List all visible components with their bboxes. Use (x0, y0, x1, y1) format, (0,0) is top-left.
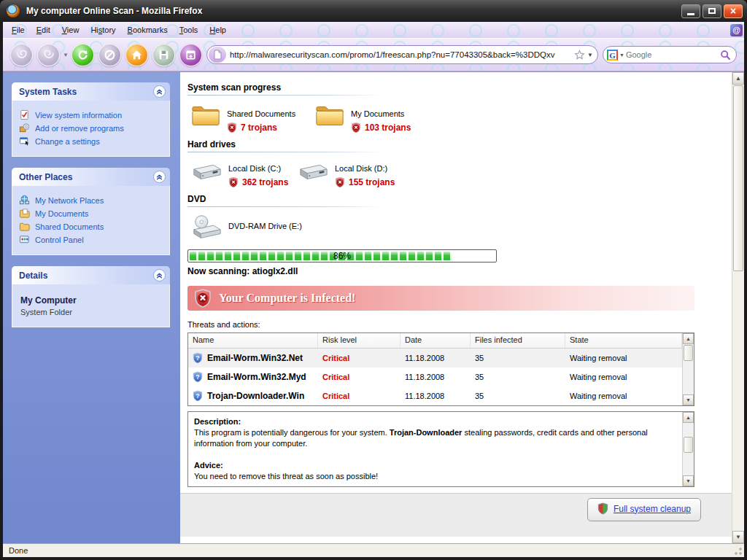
my-documents-icon (19, 208, 30, 219)
scroll-down-icon[interactable]: ▼ (732, 531, 744, 543)
panel-system-tasks-header[interactable]: System Tasks (12, 82, 170, 101)
panel-details: Details My Computer System Folder (12, 266, 170, 327)
network-places-icon (19, 195, 30, 206)
sidebar-item-add-or-remove-programs[interactable]: Add or remove programs (19, 122, 165, 133)
now-scanning-text: Now scanning: atioglx2.dll (187, 266, 721, 276)
scroll-up-icon[interactable]: ▲ (683, 333, 694, 344)
tile-shared-documents[interactable]: Shared Documents 7 trojans (190, 103, 314, 133)
column-header-state[interactable]: State (565, 333, 682, 348)
url-dropdown-icon[interactable]: ▼ (587, 52, 593, 58)
column-header-date[interactable]: Date (400, 333, 471, 348)
column-header-risk-level[interactable]: Risk level (318, 333, 400, 348)
page-viewport: System Tasks View system information Add… (3, 71, 744, 543)
column-header-name[interactable]: Name (188, 333, 318, 348)
section-rule (187, 152, 383, 152)
panel-system-tasks: System Tasks View system information Add… (12, 82, 170, 157)
scroll-down-icon[interactable]: ▼ (683, 475, 694, 486)
page-scrollbar[interactable]: ▲ ▼ (732, 72, 744, 543)
back-forward-dropdown[interactable]: ▼ (63, 52, 69, 58)
tile-local-disk-d[interactable]: Local Disk (D:) 155 trojans (297, 160, 403, 188)
menu-history[interactable]: History (85, 22, 121, 38)
url-input[interactable] (230, 50, 570, 59)
maximize-icon (708, 8, 716, 14)
tile-dvd-ram-drive[interactable]: DVD-RAM Drive (E:) (190, 214, 314, 241)
maximize-button[interactable] (703, 4, 721, 18)
close-button[interactable]: × (724, 4, 743, 18)
reload-icon (76, 48, 90, 62)
bookmark-star-icon[interactable] (574, 50, 585, 61)
back-button[interactable] (10, 44, 33, 66)
column-header-files-infected[interactable]: Files infected (471, 333, 565, 348)
panel-title: Other Places (19, 172, 72, 182)
folder-icon (314, 103, 345, 129)
infected-alert-text: Your Computer is Infected! (219, 292, 355, 305)
alert-shield-icon (351, 122, 361, 133)
search-magnifier-icon[interactable] (720, 50, 731, 61)
url-bar[interactable]: ▼ (206, 45, 598, 64)
home-button[interactable] (125, 44, 148, 66)
dvd-drive-icon (190, 214, 222, 241)
footer-band: Full system cleanup (180, 493, 732, 537)
menu-view[interactable]: View (56, 22, 85, 38)
navigation-toolbar: ▼ ▼ G ▼ (3, 39, 744, 71)
minimize-button[interactable] (681, 4, 700, 18)
menu-help[interactable]: Help (204, 22, 232, 38)
trojan-count: 103 trojans (365, 122, 411, 133)
scroll-down-icon[interactable]: ▼ (683, 394, 694, 405)
scroll-up-icon[interactable]: ▲ (683, 412, 694, 423)
threat-description-box: Description: This program is potentially… (187, 411, 694, 487)
alert-shield-icon (227, 122, 237, 133)
tile-local-disk-c[interactable]: Local Disk (C:) 362 trojans (190, 160, 297, 188)
menu-file[interactable]: File (6, 22, 31, 38)
menu-edit[interactable]: Edit (31, 22, 56, 38)
sidebar-item-shared-documents[interactable]: Shared Documents (19, 221, 165, 232)
chevron-up-double-icon[interactable] (153, 269, 166, 281)
search-input[interactable] (626, 50, 717, 59)
new-window-button[interactable] (179, 44, 202, 66)
threats-label: Threats and actions: (187, 320, 721, 329)
full-system-cleanup-button[interactable]: Full system cleanup (587, 498, 701, 521)
description-heading: Description: (194, 416, 675, 427)
scrollbar-thumb[interactable] (684, 345, 693, 361)
cleanup-shield-icon (597, 502, 608, 515)
search-bar[interactable]: G ▼ (603, 46, 737, 63)
table-scrollbar[interactable]: ▲ ▼ (682, 333, 694, 405)
titlebar[interactable]: My computer Online Scan - Mozilla Firefo… (0, 0, 747, 22)
tile-my-documents[interactable]: My Documents 103 trojans (314, 103, 438, 133)
stop-button[interactable] (98, 44, 121, 66)
reload-button[interactable] (71, 44, 94, 66)
scrollbar-thumb[interactable] (684, 437, 693, 453)
panel-details-header[interactable]: Details (12, 266, 170, 284)
folder-icon (190, 103, 221, 129)
table-row[interactable]: ?Email-Worm.Win32.Myd Critical 11.18.200… (188, 368, 694, 386)
table-row[interactable]: ?Email-Worm.Win32.Net Critical 11.18.200… (188, 349, 694, 368)
scroll-up-icon[interactable]: ▲ (732, 72, 744, 85)
status-bar: Done (3, 543, 744, 557)
save-button[interactable] (152, 44, 175, 66)
menu-bookmarks[interactable]: Bookmarks (122, 22, 174, 38)
description-scrollbar[interactable]: ▲ ▼ (682, 412, 694, 486)
firefox-logo-icon (7, 4, 20, 18)
alert-shield-icon (194, 288, 212, 308)
sidebar-item-control-panel[interactable]: Control Panel (19, 234, 165, 245)
progress-percent: 86% (188, 250, 496, 262)
engine-dropdown-icon[interactable]: ▼ (619, 52, 624, 58)
forward-button[interactable] (37, 44, 60, 66)
dvd-tile-row: DVD-RAM Drive (E:) (190, 214, 721, 241)
sidebar-item-my-documents[interactable]: My Documents (19, 208, 165, 219)
sidebar-item-change-a-settings[interactable]: Change a settings (19, 136, 165, 147)
menu-tools[interactable]: Tools (174, 22, 204, 38)
panel-other-places-header[interactable]: Other Places (12, 168, 170, 186)
sidebar-item-my-network-places[interactable]: My Network Places (19, 195, 165, 206)
alert-shield-icon (335, 176, 345, 188)
chevron-up-double-icon[interactable] (153, 85, 166, 98)
chevron-up-double-icon[interactable] (153, 171, 166, 183)
google-engine-icon[interactable]: G (607, 50, 618, 61)
table-row[interactable]: ?Trojan-Downloader.Win Critical 11.18.20… (188, 386, 694, 405)
stop-icon (103, 48, 117, 62)
svg-text:?: ? (196, 392, 199, 400)
sidebar-item-view-system-information[interactable]: View system information (19, 109, 165, 120)
resize-grip[interactable] (734, 547, 743, 556)
hard-drive-icon (190, 160, 222, 182)
scrollbar-thumb[interactable] (733, 85, 743, 271)
